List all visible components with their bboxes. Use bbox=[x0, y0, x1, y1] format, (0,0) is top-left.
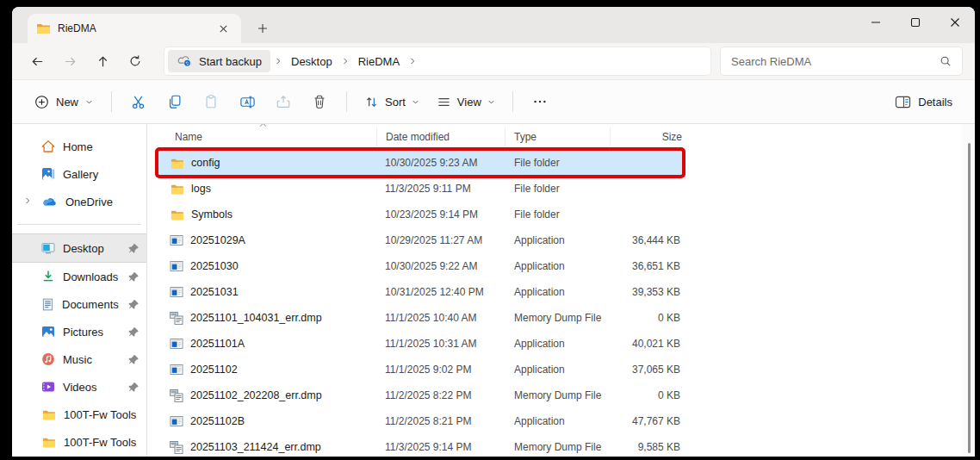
details-pane-icon bbox=[895, 95, 911, 109]
paste-button[interactable] bbox=[194, 87, 228, 116]
date-modified-cell: 10/30/2025 9:23 AM bbox=[376, 157, 504, 169]
file-name: 20251101_104031_err.dmp bbox=[190, 312, 322, 324]
new-tab-button[interactable] bbox=[250, 16, 276, 41]
refresh-button[interactable] bbox=[119, 47, 152, 76]
date-modified-cell: 11/2/2025 8:22 PM bbox=[376, 389, 504, 401]
file-list-pane: Name Date modified Type Size config10/30… bbox=[147, 124, 975, 457]
tab-strip: RieDMA bbox=[12, 7, 975, 43]
sidebar-item-home[interactable]: Home bbox=[12, 133, 146, 160]
tab-close-icon[interactable] bbox=[214, 19, 233, 38]
command-toolbar: New Sort bbox=[12, 79, 975, 124]
date-modified-cell: 10/30/2025 9:22 AM bbox=[376, 260, 504, 272]
new-button[interactable]: New bbox=[26, 87, 102, 116]
sidebar-item-downloads[interactable]: Downloads bbox=[12, 263, 146, 290]
pin-icon bbox=[128, 299, 140, 310]
share-button[interactable] bbox=[266, 87, 301, 116]
explorer-tab[interactable]: RieDMA bbox=[28, 14, 241, 43]
vertical-scrollbar[interactable] bbox=[962, 124, 975, 457]
table-row-20251030[interactable]: 2025103010/30/2025 9:22 AMApplication36,… bbox=[158, 253, 683, 279]
column-header-date-modified[interactable]: Date modified bbox=[376, 127, 505, 146]
forward-button[interactable] bbox=[53, 47, 86, 76]
column-header-name[interactable]: Name bbox=[158, 127, 376, 146]
address-bar[interactable]: Start backupDesktopRieDMA bbox=[164, 47, 711, 76]
type-cell: Application bbox=[504, 234, 609, 246]
sidebar-item-label: Documents bbox=[62, 298, 125, 311]
date-modified-cell: 11/2/2025 8:21 PM bbox=[376, 415, 504, 427]
table-row-20251031[interactable]: 2025103110/31/2025 12:40 PMApplication39… bbox=[158, 279, 683, 305]
dump-icon bbox=[170, 311, 183, 325]
folder-icon bbox=[170, 183, 184, 196]
sidebar-item-label: Home bbox=[63, 140, 140, 153]
table-row-20251102-202208-err-dmp[interactable]: 20251102_202208_err.dmp11/2/2025 8:22 PM… bbox=[158, 382, 683, 408]
music-icon bbox=[41, 352, 55, 366]
sidebar-item-100t-fw-tools[interactable]: 100T-Fw Tools bbox=[12, 401, 146, 428]
table-row-symbols[interactable]: Symbols10/23/2025 9:14 PMFile folder bbox=[158, 202, 683, 227]
view-button[interactable]: View bbox=[429, 87, 503, 116]
pin-icon bbox=[128, 326, 140, 338]
delete-button[interactable] bbox=[302, 87, 337, 116]
rename-button[interactable] bbox=[230, 87, 264, 116]
sidebar-item-documents[interactable]: Documents bbox=[12, 290, 146, 318]
sidebar-item-gallery[interactable]: Gallery bbox=[12, 160, 146, 188]
table-row-logs[interactable]: logs11/3/2025 9:11 PMFile folder bbox=[158, 176, 683, 202]
minimize-button[interactable] bbox=[856, 7, 896, 38]
back-button[interactable] bbox=[21, 47, 53, 76]
app-icon bbox=[170, 363, 183, 376]
sidebar-item-100t-fw-tools[interactable]: 100T-Fw Tools bbox=[12, 428, 146, 456]
table-row-20251102b[interactable]: 20251102B11/2/2025 8:21 PMApplication47,… bbox=[158, 408, 683, 434]
app-icon bbox=[170, 285, 183, 299]
file-name: 20251031 bbox=[190, 286, 239, 298]
pin-icon bbox=[128, 243, 140, 254]
search-input[interactable]: Search RieDMA bbox=[720, 47, 963, 76]
size-cell: 0 KB bbox=[609, 389, 680, 401]
table-row-20251101a[interactable]: 20251101A11/1/2025 10:31 AMApplication40… bbox=[158, 331, 683, 357]
file-name: 20251102 bbox=[190, 364, 238, 376]
close-button[interactable] bbox=[935, 7, 975, 38]
breadcrumb-chevron[interactable] bbox=[405, 56, 420, 66]
sidebar-item-desktop[interactable]: Desktop bbox=[12, 233, 146, 263]
type-cell: Memory Dump File bbox=[504, 389, 609, 401]
sort-ascending-caret-icon bbox=[259, 124, 267, 127]
breadcrumb-chevron[interactable] bbox=[338, 56, 353, 66]
sidebar-item-pictures[interactable]: Pictures bbox=[12, 318, 146, 345]
sort-button[interactable]: Sort bbox=[357, 87, 427, 116]
column-header-size[interactable]: Size bbox=[610, 127, 682, 146]
breadcrumb-chevron[interactable] bbox=[270, 56, 286, 66]
sidebar-item-music[interactable]: Music bbox=[12, 345, 146, 373]
more-options-button[interactable] bbox=[523, 87, 557, 116]
breadcrumb-start-backup[interactable]: Start backup bbox=[168, 50, 270, 72]
maximize-button[interactable] bbox=[896, 7, 935, 38]
table-row-config[interactable]: config10/30/2025 9:23 AMFile folder bbox=[158, 150, 683, 176]
file-name: 20251030 bbox=[190, 260, 239, 272]
videos-icon bbox=[41, 380, 55, 394]
column-header-type[interactable]: Type bbox=[505, 127, 610, 146]
details-button[interactable]: Details bbox=[886, 87, 961, 116]
table-row-20251103-211424-err-dmp[interactable]: 20251103_211424_err.dmp11/3/2025 9:14 PM… bbox=[158, 434, 683, 457]
breadcrumb-desktop[interactable]: Desktop bbox=[286, 55, 338, 68]
file-name: logs bbox=[191, 183, 211, 195]
table-row-20251101-104031-err-dmp[interactable]: 20251101_104031_err.dmp11/1/2025 10:40 A… bbox=[158, 305, 683, 331]
sidebar-item-videos[interactable]: Videos bbox=[12, 373, 146, 401]
breadcrumb-riedma[interactable]: RieDMA bbox=[353, 55, 405, 68]
cut-button[interactable] bbox=[121, 87, 156, 116]
size-cell: 39,353 KB bbox=[609, 286, 680, 298]
content-area: HomeGalleryOneDriveDesktopDownloadsDocum… bbox=[12, 124, 975, 457]
folder-icon bbox=[41, 408, 56, 421]
app-icon bbox=[170, 337, 183, 351]
up-button[interactable] bbox=[86, 47, 119, 76]
file-name-cell: 20251101_104031_err.dmp bbox=[158, 311, 376, 325]
copy-button[interactable] bbox=[158, 87, 192, 116]
folder-icon bbox=[36, 22, 50, 35]
table-row-20251102[interactable]: 2025110211/1/2025 9:02 PMApplication37,0… bbox=[158, 357, 683, 382]
pin-icon bbox=[128, 354, 140, 365]
type-cell: File folder bbox=[504, 183, 609, 195]
table-row-20251029a[interactable]: 20251029A10/29/2025 11:27 AMApplication3… bbox=[158, 227, 683, 253]
expand-chevron-icon[interactable] bbox=[22, 196, 33, 206]
window-controls bbox=[856, 7, 975, 38]
plus-circle-icon bbox=[34, 95, 49, 109]
file-name: 20251102B bbox=[190, 415, 245, 427]
navigation-bar: Start backupDesktopRieDMA Search RieDMA bbox=[12, 43, 975, 79]
sidebar-item-label: Videos bbox=[63, 381, 125, 394]
scrollbar-thumb[interactable] bbox=[968, 143, 971, 453]
sidebar-item-onedrive[interactable]: OneDrive bbox=[12, 188, 146, 215]
